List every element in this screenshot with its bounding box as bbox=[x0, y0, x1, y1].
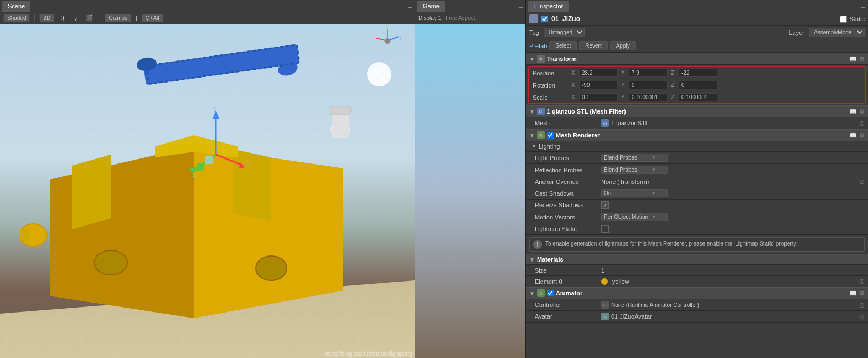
pos-x-group: X bbox=[571, 69, 618, 77]
cast-shadows-value: On ▼ bbox=[601, 189, 865, 197]
tag-dropdown[interactable]: Untagged bbox=[544, 28, 585, 37]
game-viewport bbox=[415, 24, 525, 358]
material-select-icon[interactable]: ◎ bbox=[859, 278, 865, 285]
scene-toolbar: Shaded 2D ☀ ♪ 🎬 Gizmos | Q+All bbox=[0, 12, 415, 24]
reflection-probes-dropdown-text: Blend Probes bbox=[604, 167, 637, 173]
pos-y-group: Y bbox=[621, 69, 668, 77]
qall-button[interactable]: Q+All bbox=[142, 14, 163, 22]
static-checkbox[interactable] bbox=[840, 16, 847, 23]
animator-checkbox[interactable] bbox=[547, 290, 554, 296]
transform-gear-icon[interactable]: ⚙ bbox=[859, 55, 865, 63]
inspector-tab-label: Inspector bbox=[538, 3, 563, 9]
scale-y-group: Y bbox=[621, 93, 668, 101]
materials-element-value: yellow ◎ bbox=[601, 278, 865, 285]
prefab-apply-button[interactable]: Apply bbox=[610, 41, 636, 50]
animator-gear-icon[interactable]: ⚙ bbox=[859, 290, 865, 297]
materials-size-text: 1 bbox=[601, 267, 604, 274]
layer-dropdown[interactable]: AssemblyModel bbox=[809, 28, 865, 37]
scene-tab-label: Scene bbox=[8, 3, 25, 9]
rot-y-field[interactable] bbox=[629, 81, 668, 89]
light-probes-dropdown[interactable]: Blend Probes ▼ bbox=[601, 154, 668, 162]
pos-x-field[interactable] bbox=[579, 69, 618, 77]
lightmap-static-checkbox[interactable] bbox=[601, 225, 609, 233]
sun-icon[interactable]: ☀ bbox=[59, 14, 68, 22]
static-group: Static bbox=[840, 16, 865, 23]
svg-text:z: z bbox=[193, 171, 196, 178]
svg-marker-20 bbox=[213, 110, 219, 119]
animator-header[interactable]: ▼ A Animator 📖 ⚙ bbox=[526, 287, 868, 299]
mesh-filter-gear-icon[interactable]: ⚙ bbox=[859, 108, 865, 115]
inspector-content: 01_JiZuo Static Tag Untagged Layer Assem… bbox=[526, 12, 868, 358]
game-tab-label: Game bbox=[423, 3, 440, 9]
scale-xyz: X Y Z bbox=[571, 93, 717, 101]
mesh-filter-book-icon: 📖 bbox=[849, 108, 857, 115]
avatar-select-icon[interactable]: ◎ bbox=[859, 313, 865, 320]
camera-icon[interactable]: 🎬 bbox=[84, 14, 95, 22]
game-toolbar: Display 1 Free Aspect bbox=[415, 12, 525, 24]
animator-arrow: ▼ bbox=[529, 290, 535, 296]
scale-y-field[interactable] bbox=[629, 93, 668, 101]
lighting-label: Lighting bbox=[539, 143, 560, 150]
materials-element-label: Element 0 bbox=[535, 278, 601, 285]
scale-label: Scale bbox=[533, 94, 571, 101]
lightmap-info-box: ! To enable generation of lightmaps for … bbox=[529, 237, 865, 252]
scale-z-field[interactable] bbox=[679, 93, 717, 101]
shaded-button[interactable]: Shaded bbox=[3, 14, 30, 22]
mesh-renderer-checkbox[interactable] bbox=[547, 132, 554, 139]
cast-shadows-dropdown[interactable]: On ▼ bbox=[601, 189, 668, 197]
rot-z-field[interactable] bbox=[679, 81, 717, 89]
mesh-select-icon[interactable]: ◎ bbox=[859, 120, 865, 127]
avatar-value: V 01 JiZuoAvatar ◎ bbox=[601, 313, 865, 320]
transform-content: Position X Y Z bbox=[528, 66, 866, 104]
rot-x-field[interactable] bbox=[579, 81, 618, 89]
scale-x-field[interactable] bbox=[579, 93, 618, 101]
scene-tab[interactable]: Scene bbox=[2, 1, 30, 12]
pos-y-field[interactable] bbox=[629, 69, 668, 77]
mesh-renderer-header[interactable]: ▼ R Mesh Renderer 📖 ⚙ bbox=[526, 129, 868, 141]
materials-header[interactable]: ▼ Materials bbox=[526, 254, 868, 265]
svg-rect-26 bbox=[205, 156, 213, 164]
pos-z-field[interactable] bbox=[679, 69, 717, 77]
scene-panel: Scene ☰ Shaded 2D ☀ ♪ 🎬 Gizmos | Q+All bbox=[0, 0, 415, 358]
avatar-row: Avatar V 01 JiZuoAvatar ◎ bbox=[526, 311, 868, 323]
cast-shadows-dropdown-arrow: ▼ bbox=[652, 191, 656, 196]
static-label: Static bbox=[849, 16, 865, 22]
2d-button[interactable]: 2D bbox=[39, 14, 54, 22]
audio-icon[interactable]: ♪ bbox=[73, 14, 79, 22]
svg-point-10 bbox=[94, 250, 127, 275]
game-tab[interactable]: Game bbox=[417, 1, 445, 12]
anchor-select-icon[interactable]: ◎ bbox=[859, 178, 865, 185]
materials-size-label: Size bbox=[535, 267, 601, 274]
svg-text:x: x bbox=[246, 160, 250, 167]
motion-vectors-dropdown-text: Per Object Motion bbox=[604, 214, 648, 220]
reflection-probes-dropdown[interactable]: Blend Probes ▼ bbox=[601, 166, 668, 174]
light-probes-row: Light Probes Blend Probes ▼ bbox=[526, 152, 868, 164]
controller-value: C None (Runtime Animator Controller) ◎ bbox=[601, 301, 865, 309]
prefab-revert-button[interactable]: Revert bbox=[579, 41, 607, 50]
motion-vectors-dropdown[interactable]: Per Object Motion ▼ bbox=[601, 213, 668, 221]
rot-x-axis-label: X bbox=[571, 82, 578, 88]
receive-shadows-checkbox[interactable]: ✓ bbox=[601, 201, 609, 209]
inspector-tab[interactable]: ℹ Inspector bbox=[528, 1, 569, 12]
pos-y-axis-label: Y bbox=[621, 70, 628, 76]
prefab-select-button[interactable]: Select bbox=[549, 41, 577, 50]
mesh-renderer-gear-icon[interactable]: ⚙ bbox=[859, 132, 865, 139]
rotation-label: Rotation bbox=[533, 82, 571, 89]
lightmap-static-value bbox=[601, 225, 865, 233]
mesh-filter-header[interactable]: ▼ M 1 qianzuo STL (Mesh Filter) 📖 ⚙ bbox=[526, 105, 868, 117]
transform-header[interactable]: ▼ ⊞ Transform 📖 ⚙ bbox=[526, 53, 868, 65]
toolbar-separator-text: | bbox=[136, 15, 137, 21]
pos-z-axis-label: Z bbox=[671, 70, 678, 76]
mesh-filter-icon: M bbox=[537, 108, 545, 115]
rot-z-group: Z bbox=[671, 81, 717, 89]
position-xyz: X Y Z bbox=[571, 69, 717, 77]
position-label: Position bbox=[533, 70, 571, 76]
svg-text:z: z bbox=[386, 24, 388, 29]
controller-select-icon[interactable]: ◎ bbox=[859, 301, 865, 309]
object-active-checkbox[interactable] bbox=[541, 16, 548, 22]
gizmos-button[interactable]: Gizmos bbox=[105, 14, 131, 22]
prefab-label: Prefab bbox=[529, 43, 547, 49]
scene-viewport[interactable]: y x z y x z https://bl bbox=[0, 24, 415, 358]
object-icon bbox=[529, 14, 538, 23]
rot-y-group: Y bbox=[621, 81, 668, 89]
